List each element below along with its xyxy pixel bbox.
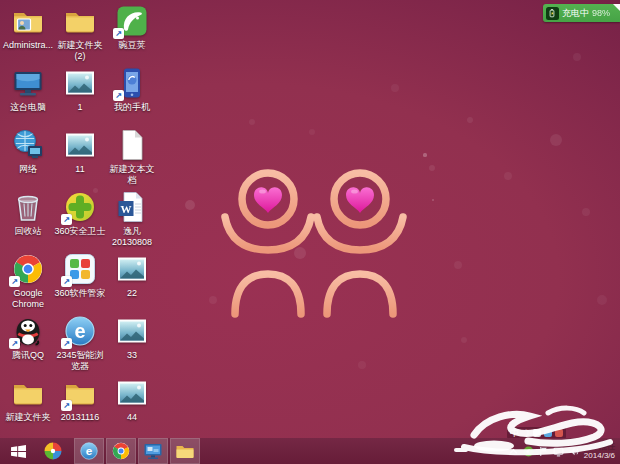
icon-label: 豌豆荚 — [119, 40, 146, 51]
icon-label: 2345智能浏览器 — [56, 350, 103, 371]
my-phone-icon: ↗ — [115, 66, 149, 100]
wallpaper-couple-illustration — [218, 163, 410, 323]
icon-label: 新建文本文档 — [106, 164, 158, 185]
action-center-flag-icon[interactable] — [538, 446, 549, 457]
desktop-icon-grid: Administra...新建文件夹(2)↗豌豆荚这台电脑1↗我的手机网络11新… — [2, 4, 158, 438]
shortcut-arrow-overlay: ↗ — [61, 400, 72, 411]
taskbar-button-google-chrome[interactable] — [106, 438, 136, 464]
360-safety-tray-icon[interactable] — [523, 446, 534, 457]
desktop-icon-new-text-document[interactable]: 新建文本文档 — [106, 128, 158, 190]
taskbar-button-start[interactable] — [5, 438, 31, 464]
yifan-doc-icon: W — [115, 190, 149, 224]
desktop-icon-network[interactable]: 网络 — [2, 128, 54, 190]
battery-percent: 98% — [592, 8, 610, 18]
svg-text:e: e — [86, 444, 93, 457]
icon-label: 腾讯QQ — [12, 350, 44, 361]
taskbar-button-file-explorer[interactable] — [170, 438, 200, 464]
desktop-icon-photo-22[interactable]: 22 — [106, 252, 158, 314]
battery-charging-badge[interactable]: 充电中 98% — [543, 4, 620, 22]
ime-tool-icon[interactable] — [555, 429, 563, 437]
icon-label: 新建文件夹 — [6, 412, 51, 423]
new-text-document-icon — [115, 128, 149, 162]
network-status-icon[interactable] — [553, 446, 564, 457]
shortcut-arrow-overlay: ↗ — [61, 214, 72, 225]
network-icon — [11, 128, 45, 162]
photo-1-icon — [63, 66, 97, 100]
icon-label: Administra... — [3, 40, 53, 51]
desktop-icon-tencent-qq[interactable]: ↗腾讯QQ — [2, 314, 54, 376]
shortcut-arrow-overlay: ↗ — [61, 276, 72, 287]
desktop-icon-google-chrome[interactable]: ↗GoogleChrome — [2, 252, 54, 314]
battery-icon — [546, 7, 559, 20]
icon-label: 44 — [127, 412, 137, 423]
icon-label: 这台电脑 — [10, 102, 46, 113]
administrator-folder-icon — [11, 4, 45, 38]
ime-tool-icon[interactable] — [533, 429, 541, 437]
desktop-icon-new-folder[interactable]: 新建文件夹 — [2, 376, 54, 438]
tencent-qq-icon: ↗ — [11, 314, 45, 348]
desktop-icon-360-safe-guard[interactable]: ↗360安全卫士 — [54, 190, 106, 252]
360-software-manager-icon: ↗ — [63, 252, 97, 286]
new-folder-icon — [11, 376, 45, 410]
hidden-icons-arrow-icon[interactable] — [508, 446, 519, 457]
photo-33-icon — [115, 314, 149, 348]
svg-text:W: W — [121, 203, 132, 215]
icon-label: 回收站 — [15, 226, 42, 237]
shortcut-arrow-overlay: ↗ — [61, 338, 72, 349]
photo-22-icon — [115, 252, 149, 286]
icon-label: 360安全卫士 — [54, 226, 105, 237]
icon-label: 20131116 — [61, 412, 100, 423]
desktop-icon-360-software-manager[interactable]: ↗360软件管家 — [54, 252, 106, 314]
desktop-icon-my-phone[interactable]: ↗我的手机 — [106, 66, 158, 128]
taskbar-button-2345-browser[interactable]: e — [74, 438, 104, 464]
taskbar-date: 2014/3/6 — [584, 451, 615, 460]
photo-44-icon — [115, 376, 149, 410]
recycle-bin-icon — [11, 190, 45, 224]
desktop-icon-yifan-doc[interactable]: W逸凡20130808 — [106, 190, 158, 252]
ime-tool-icon[interactable] — [544, 429, 552, 437]
shortcut-arrow-overlay: ↗ — [9, 338, 20, 349]
volume-icon[interactable] — [568, 446, 579, 457]
icon-label: 1 — [77, 102, 82, 113]
desktop-icon-photo-11[interactable]: 11 — [54, 128, 106, 190]
icon-label: 我的手机 — [114, 102, 150, 113]
desktop-icon-this-pc[interactable]: 这台电脑 — [2, 66, 54, 128]
taskbar-button-360-browser[interactable] — [38, 438, 68, 464]
desktop-icon-folder-20131116[interactable]: ↗20131116 — [54, 376, 106, 438]
wandoujia-icon: ↗ — [115, 4, 149, 38]
svg-text:e: e — [74, 320, 85, 342]
taskbar-button-this-pc[interactable] — [138, 438, 168, 464]
2345-smart-browser-icon: e↗ — [63, 314, 97, 348]
desktop-icon-administrator-folder[interactable]: Administra... — [2, 4, 54, 66]
google-chrome-icon: ↗ — [11, 252, 45, 286]
shortcut-arrow-overlay: ↗ — [9, 276, 20, 287]
icon-label: 11 — [75, 164, 84, 175]
desktop-icon-wandoujia[interactable]: ↗豌豆荚 — [106, 4, 158, 66]
desktop-icon-photo-1[interactable]: 1 — [54, 66, 106, 128]
icon-label: GoogleChrome — [12, 288, 44, 309]
shortcut-arrow-overlay: ↗ — [113, 90, 124, 101]
this-pc-icon — [11, 66, 45, 100]
system-tray — [508, 446, 579, 457]
taskbar-right: 混任 2014/3/6 — [508, 438, 617, 464]
360-safe-guard-icon: ↗ — [63, 190, 97, 224]
icon-label: 网络 — [19, 164, 37, 175]
icon-label: 360软件管家 — [54, 288, 105, 299]
desktop-icon-2345-smart-browser[interactable]: e↗2345智能浏览器 — [54, 314, 106, 376]
folder-20131116-icon: ↗ — [63, 376, 97, 410]
obscured-tray-text: 混任 — [599, 442, 615, 451]
taskbar-clock[interactable]: 混任 2014/3/6 — [584, 442, 617, 460]
taskbar: e 混任 2014/3/6 — [0, 438, 620, 464]
desktop-icon-photo-33[interactable]: 33 — [106, 314, 158, 376]
icon-label: 33 — [127, 350, 137, 361]
photo-11-icon — [63, 128, 97, 162]
battery-status-text: 充电中 — [562, 7, 589, 20]
shortcut-arrow-overlay: ↗ — [113, 28, 124, 39]
desktop-icon-new-folder-2[interactable]: 新建文件夹(2) — [54, 4, 106, 66]
desktop-icon-recycle-bin[interactable]: 回收站 — [2, 190, 54, 252]
icon-label: 22 — [127, 288, 137, 299]
desktop: 充电中 98% Administra...新建文件夹(2)↗豌豆荚这台电脑1↗我… — [0, 0, 620, 464]
desktop-icon-photo-44[interactable]: 44 — [106, 376, 158, 438]
badge-corner-fold — [613, 4, 620, 11]
icon-label: 新建文件夹(2) — [58, 40, 103, 61]
